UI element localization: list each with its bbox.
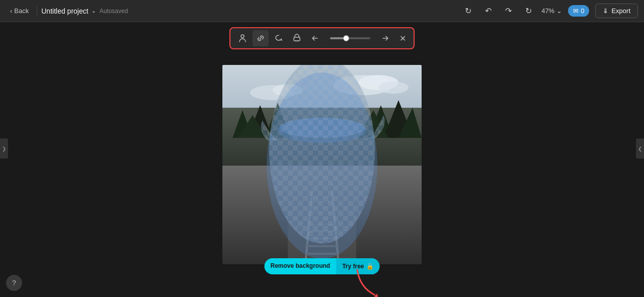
image-container: Remove background Try free 🔒 — [222, 65, 422, 264]
canvas-area: Remove background Try free 🔒 — [0, 22, 644, 297]
brush-size-slider-container — [328, 37, 372, 39]
undo-btn[interactable]: ↶ — [481, 4, 495, 18]
project-title-chevron: ⌄ — [92, 8, 96, 14]
notifications-button[interactable]: ✉ 0 — [568, 5, 589, 17]
person-icon — [238, 34, 247, 43]
eraser-icon — [292, 34, 301, 43]
back-button[interactable]: ‹ Back — [6, 5, 33, 17]
person-tool-btn[interactable] — [234, 30, 251, 46]
notification-count: 0 — [581, 7, 584, 15]
autosaved-label: Autosaved — [100, 8, 128, 15]
app-header: ‹ Back Untitled project ⌄ Autosaved ↻ ↶ … — [0, 0, 644, 22]
link-tool-btn[interactable] — [253, 30, 269, 46]
left-panel-toggle[interactable]: ❯ — [0, 138, 8, 159]
header-divider — [37, 6, 37, 16]
redo-btn[interactable]: ↷ — [501, 4, 515, 18]
svg-point-37 — [278, 118, 366, 143]
svg-rect-1 — [294, 37, 300, 41]
reload-btn[interactable]: ↻ — [521, 4, 535, 18]
svg-point-0 — [241, 35, 244, 38]
slider-thumb[interactable] — [343, 35, 349, 41]
download-icon: ⇓ — [603, 7, 608, 15]
canvas-image[interactable] — [222, 65, 422, 264]
back-icon: ‹ — [10, 7, 12, 15]
project-title[interactable]: Untitled project ⌄ — [41, 7, 95, 15]
link-icon — [256, 34, 265, 43]
zoom-level: 47% — [541, 7, 554, 15]
forward-arrow-tool-btn[interactable] — [377, 30, 393, 46]
back-arrow-icon — [310, 34, 319, 43]
project-title-text: Untitled project — [41, 7, 88, 15]
toolbar-close-btn[interactable]: ✕ — [395, 31, 410, 45]
refresh-icon-btn[interactable]: ↻ — [461, 4, 475, 18]
brush-size-slider[interactable] — [330, 37, 370, 39]
notification-icon: ✉ — [573, 7, 579, 15]
close-icon: ✕ — [399, 34, 406, 43]
right-chevron-icon: ❮ — [638, 146, 642, 152]
svg-point-36 — [267, 72, 377, 259]
arrow-svg — [352, 267, 382, 297]
left-chevron-icon: ❯ — [2, 146, 6, 152]
arrow-indicator — [352, 267, 382, 297]
lasso-tool-btn[interactable] — [271, 30, 287, 46]
svg-point-9 — [378, 82, 409, 94]
remove-bg-label[interactable]: Remove background — [264, 258, 336, 274]
floating-toolbar: ✕ — [229, 27, 415, 49]
export-button[interactable]: ⇓ Export — [595, 4, 638, 18]
eraser-tool-btn[interactable] — [289, 30, 305, 46]
zoom-control[interactable]: 47% ⌄ — [541, 7, 562, 15]
right-panel-toggle[interactable]: ❮ — [636, 138, 644, 159]
zoom-chevron: ⌄ — [556, 7, 562, 15]
back-label: Back — [14, 7, 29, 15]
help-icon: ? — [12, 279, 16, 287]
help-button[interactable]: ? — [6, 275, 22, 291]
back-arrow-tool-btn[interactable] — [307, 30, 323, 46]
lasso-icon — [274, 34, 283, 43]
forward-arrow-icon — [381, 34, 390, 43]
export-label: Export — [611, 7, 630, 15]
header-controls: ↻ ↶ ↷ ↻ 47% ⌄ ✉ 0 ⇓ Export — [461, 4, 638, 18]
canvas-svg — [222, 65, 422, 264]
